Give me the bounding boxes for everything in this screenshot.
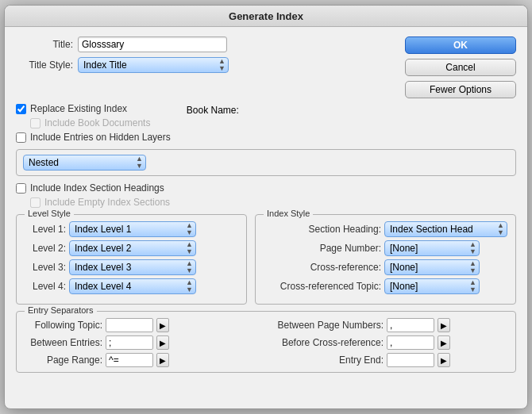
index-style-row-label-0: Section Heading: <box>264 224 381 235</box>
left-sep-btn-2[interactable]: ▶ <box>156 353 169 367</box>
ok-button[interactable]: OK <box>405 36 516 54</box>
left-sep-row-0: Following Topic: ▶ <box>25 318 260 332</box>
include-empty-sections-row: Include Empty Index Sections <box>30 197 516 208</box>
level-style-group: Level Style Level 1: Index Level 1 Index… <box>16 214 247 305</box>
index-style-select-0[interactable]: Index Section Head [None]Index Level 1In… <box>384 221 507 237</box>
nested-select[interactable]: Nested Run-in <box>23 155 146 171</box>
replace-existing-checkbox[interactable] <box>16 104 26 114</box>
index-style-row-2: Cross-reference: [None] Index Section He… <box>264 259 507 275</box>
left-sep-btn-1[interactable]: ▶ <box>156 335 169 350</box>
index-style-select-2[interactable]: [None] Index Section HeadIndex Level 1In… <box>384 259 480 275</box>
left-sep-label-1: Between Entries: <box>25 337 102 348</box>
level-row-3: Level 3: Index Level 3 Index Level 1Inde… <box>25 259 238 275</box>
include-empty-sections-checkbox[interactable] <box>30 197 40 208</box>
index-style-select-3[interactable]: [None] Index Section HeadIndex Level 1In… <box>384 278 480 294</box>
right-sep-col: Between Page Numbers: ▶ Before Cross-ref… <box>272 318 507 367</box>
include-hidden-row: Include Entries on Hidden Layers <box>16 132 171 143</box>
title-label: Title: <box>16 39 73 50</box>
include-book-row: Include Book Documents <box>30 117 171 128</box>
dialog: Generate Index Title: Title Style: Index… <box>4 5 528 409</box>
level-row-1: Level 1: Index Level 1 Index Level 2Inde… <box>25 221 238 237</box>
level-row-4: Level 4: Index Level 4 Index Level 1Inde… <box>25 278 238 294</box>
level-label-2: Level 2: <box>25 243 66 254</box>
level-row-2: Level 2: Index Level 2 Index Level 1Inde… <box>25 240 238 256</box>
book-name-label: Book Name: <box>187 105 239 116</box>
index-style-label: Index Style <box>264 209 313 218</box>
level-label-1: Level 1: <box>25 224 66 235</box>
include-section-headings-checkbox[interactable] <box>16 183 26 194</box>
left-sep-label-2: Page Range: <box>25 355 102 366</box>
title-style-select[interactable]: Index Title [None] [Same as Previous] <box>78 57 229 73</box>
level-select-3[interactable]: Index Level 3 Index Level 1Index Level 2… <box>69 259 196 275</box>
right-sep-btn-2[interactable]: ▶ <box>438 353 450 367</box>
title-input[interactable] <box>78 36 227 52</box>
level-label-3: Level 3: <box>25 262 66 273</box>
right-sep-row-0: Between Page Numbers: ▶ <box>272 318 507 332</box>
fewer-options-button[interactable]: Fewer Options <box>405 81 516 98</box>
index-style-row-3: Cross-referenced Topic: [None] Index Sec… <box>264 278 507 294</box>
right-sep-input-1[interactable] <box>387 335 434 350</box>
right-sep-input-2[interactable] <box>387 353 434 367</box>
entry-separators-label: Entry Separators <box>25 305 97 315</box>
include-section-headings-row: Include Index Section Headings <box>16 182 516 194</box>
left-sep-input-0[interactable] <box>106 318 153 332</box>
replace-existing-row: Replace Existing Index <box>16 103 171 114</box>
right-sep-row-1: Before Cross-reference: ▶ <box>272 335 507 350</box>
left-sep-label-0: Following Topic: <box>25 320 102 331</box>
left-sep-col: Following Topic: ▶ Between Entries: ▶ Pa… <box>25 318 260 367</box>
include-hidden-checkbox[interactable] <box>16 132 26 143</box>
entry-separators-group: Entry Separators Following Topic: ▶ Betw… <box>16 311 516 373</box>
include-hidden-label: Include Entries on Hidden Layers <box>30 132 171 143</box>
include-book-label: Include Book Documents <box>44 117 150 128</box>
level-select-1[interactable]: Index Level 1 Index Level 2Index Level 3… <box>69 221 196 237</box>
left-sep-btn-0[interactable]: ▶ <box>156 318 169 332</box>
level-style-label: Level Style <box>25 209 74 218</box>
replace-existing-label: Replace Existing Index <box>30 103 127 114</box>
index-style-row-0: Section Heading: Index Section Head [Non… <box>264 221 507 237</box>
right-sep-btn-1[interactable]: ▶ <box>438 335 450 350</box>
left-sep-row-2: Page Range: ▶ <box>25 353 260 367</box>
level-label-4: Level 4: <box>25 281 66 292</box>
left-sep-input-1[interactable] <box>106 335 153 350</box>
index-style-row-1: Page Number: [None] Index Section HeadIn… <box>264 240 507 256</box>
dialog-title: Generate Index <box>5 6 527 27</box>
left-sep-row-1: Between Entries: ▶ <box>25 335 260 350</box>
right-sep-btn-0[interactable]: ▶ <box>438 318 450 332</box>
index-style-row-label-1: Page Number: <box>264 243 381 254</box>
level-select-4[interactable]: Index Level 4 Index Level 1Index Level 2… <box>69 278 196 294</box>
index-style-select-1[interactable]: [None] Index Section HeadIndex Level 1In… <box>384 240 480 256</box>
left-sep-input-2[interactable] <box>106 353 153 367</box>
include-section-headings-label: Include Index Section Headings <box>30 182 164 194</box>
title-style-label: Title Style: <box>16 59 73 71</box>
right-sep-label-1: Before Cross-reference: <box>272 337 384 348</box>
index-style-row-label-3: Cross-referenced Topic: <box>264 281 381 292</box>
index-style-row-label-2: Cross-reference: <box>264 262 381 273</box>
right-sep-input-0[interactable] <box>387 318 434 332</box>
include-empty-sections-label: Include Empty Index Sections <box>44 197 170 208</box>
index-style-group: Index Style Section Heading: Index Secti… <box>255 214 516 305</box>
right-sep-row-2: Entry End: ▶ <box>272 353 507 367</box>
cancel-button[interactable]: Cancel <box>405 59 516 76</box>
right-sep-label-2: Entry End: <box>272 355 384 366</box>
right-sep-label-0: Between Page Numbers: <box>272 320 384 331</box>
level-select-2[interactable]: Index Level 2 Index Level 1Index Level 3… <box>69 240 196 256</box>
include-book-checkbox[interactable] <box>30 118 40 128</box>
